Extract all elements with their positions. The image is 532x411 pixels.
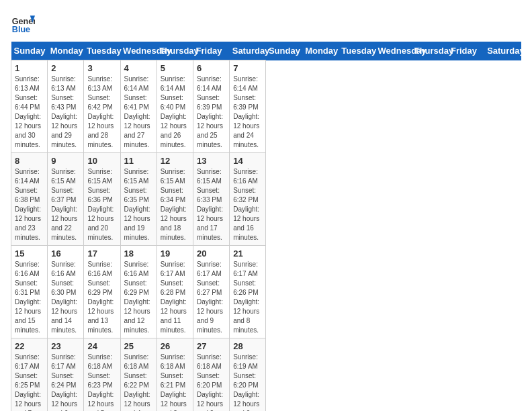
day-info: Sunrise: 6:13 AM Sunset: 6:44 PM Dayligh… — [15, 75, 44, 150]
header-saturday: Saturday — [484, 42, 521, 60]
header-monday: Monday — [302, 42, 339, 60]
day-info: Sunrise: 6:18 AM Sunset: 6:20 PM Dayligh… — [197, 353, 226, 411]
day-info: Sunrise: 6:17 AM Sunset: 6:27 PM Dayligh… — [197, 260, 226, 335]
calendar-cell: 15 Sunrise: 6:16 AM Sunset: 6:31 PM Dayl… — [11, 246, 48, 338]
svg-text:Blue: Blue — [12, 25, 30, 34]
calendar-cell: 20 Sunrise: 6:17 AM Sunset: 6:27 PM Dayl… — [193, 246, 230, 338]
day-number: 28 — [233, 341, 262, 351]
day-info: Sunrise: 6:18 AM Sunset: 6:22 PM Dayligh… — [124, 353, 153, 411]
logo-icon: General Blue — [11, 11, 35, 35]
header-thursday: Thursday — [157, 42, 193, 60]
day-info: Sunrise: 6:14 AM Sunset: 6:38 PM Dayligh… — [15, 167, 44, 242]
header-sunday: Sunday — [11, 42, 48, 60]
day-info: Sunrise: 6:14 AM Sunset: 6:39 PM Dayligh… — [233, 75, 262, 150]
day-number: 15 — [15, 248, 44, 259]
day-number: 11 — [124, 156, 153, 166]
calendar-cell: 11 Sunrise: 6:15 AM Sunset: 6:35 PM Dayl… — [120, 153, 157, 246]
day-info: Sunrise: 6:19 AM Sunset: 6:20 PM Dayligh… — [233, 353, 262, 411]
day-number: 21 — [233, 248, 262, 259]
day-number: 8 — [15, 156, 44, 166]
calendar-cell: 3 Sunrise: 6:13 AM Sunset: 6:42 PM Dayli… — [84, 60, 120, 153]
day-info: Sunrise: 6:17 AM Sunset: 6:24 PM Dayligh… — [51, 353, 80, 411]
day-number: 12 — [161, 156, 189, 166]
page-header: General Blue — [11, 11, 521, 35]
day-number: 26 — [161, 341, 189, 351]
day-number: 4 — [124, 63, 153, 73]
day-number: 19 — [161, 248, 189, 259]
header-thursday: Thursday — [412, 42, 448, 60]
day-info: Sunrise: 6:15 AM Sunset: 6:33 PM Dayligh… — [197, 167, 226, 242]
calendar-cell: 5 Sunrise: 6:14 AM Sunset: 6:40 PM Dayli… — [157, 60, 193, 153]
calendar-table: SundayMondayTuesdayWednesdayThursdayFrid… — [11, 42, 521, 411]
day-number: 18 — [124, 248, 153, 259]
day-number: 5 — [161, 63, 189, 73]
calendar-cell: 25 Sunrise: 6:18 AM Sunset: 6:22 PM Dayl… — [120, 338, 157, 412]
calendar-cell: 4 Sunrise: 6:14 AM Sunset: 6:41 PM Dayli… — [120, 60, 157, 153]
day-info: Sunrise: 6:16 AM Sunset: 6:31 PM Dayligh… — [15, 260, 44, 335]
calendar-cell: 14 Sunrise: 6:16 AM Sunset: 6:32 PM Dayl… — [230, 153, 266, 246]
day-info: Sunrise: 6:17 AM Sunset: 6:26 PM Dayligh… — [233, 260, 262, 335]
day-info: Sunrise: 6:16 AM Sunset: 6:29 PM Dayligh… — [124, 260, 153, 335]
day-info: Sunrise: 6:16 AM Sunset: 6:32 PM Dayligh… — [233, 167, 262, 242]
day-number: 16 — [51, 248, 80, 259]
calendar-cell: 24 Sunrise: 6:18 AM Sunset: 6:23 PM Dayl… — [84, 338, 120, 412]
calendar-cell: 18 Sunrise: 6:16 AM Sunset: 6:29 PM Dayl… — [120, 246, 157, 338]
day-number: 10 — [87, 156, 116, 166]
day-number: 22 — [15, 341, 44, 351]
calendar-cell: 16 Sunrise: 6:16 AM Sunset: 6:30 PM Dayl… — [48, 246, 84, 338]
day-number: 6 — [197, 63, 226, 73]
calendar-cell: 21 Sunrise: 6:17 AM Sunset: 6:26 PM Dayl… — [230, 246, 266, 338]
day-info: Sunrise: 6:15 AM Sunset: 6:36 PM Dayligh… — [87, 167, 116, 242]
calendar-cell: 7 Sunrise: 6:14 AM Sunset: 6:39 PM Dayli… — [230, 60, 266, 153]
header-friday: Friday — [448, 42, 484, 60]
calendar-cell: 12 Sunrise: 6:15 AM Sunset: 6:34 PM Dayl… — [157, 153, 193, 246]
calendar-cell: 10 Sunrise: 6:15 AM Sunset: 6:36 PM Dayl… — [84, 153, 120, 246]
day-number: 1 — [15, 63, 44, 73]
day-number: 24 — [87, 341, 116, 351]
day-number: 20 — [197, 248, 226, 259]
day-info: Sunrise: 6:14 AM Sunset: 6:39 PM Dayligh… — [197, 75, 226, 150]
calendar-cell: 9 Sunrise: 6:15 AM Sunset: 6:37 PM Dayli… — [48, 153, 84, 246]
calendar-cell: 19 Sunrise: 6:17 AM Sunset: 6:28 PM Dayl… — [157, 246, 193, 338]
day-number: 25 — [124, 341, 153, 351]
header-wednesday: Wednesday — [120, 42, 157, 60]
day-info: Sunrise: 6:14 AM Sunset: 6:40 PM Dayligh… — [161, 75, 189, 150]
calendar-cell: 22 Sunrise: 6:17 AM Sunset: 6:25 PM Dayl… — [11, 338, 48, 412]
day-info: Sunrise: 6:18 AM Sunset: 6:21 PM Dayligh… — [161, 353, 189, 411]
day-info: Sunrise: 6:17 AM Sunset: 6:28 PM Dayligh… — [161, 260, 189, 335]
day-number: 23 — [51, 341, 80, 351]
day-info: Sunrise: 6:18 AM Sunset: 6:23 PM Dayligh… — [87, 353, 116, 411]
day-number: 9 — [51, 156, 80, 166]
day-info: Sunrise: 6:17 AM Sunset: 6:25 PM Dayligh… — [15, 353, 44, 411]
calendar-week-3: 15 Sunrise: 6:16 AM Sunset: 6:31 PM Dayl… — [11, 246, 521, 338]
calendar-cell: 23 Sunrise: 6:17 AM Sunset: 6:24 PM Dayl… — [48, 338, 84, 412]
day-info: Sunrise: 6:14 AM Sunset: 6:41 PM Dayligh… — [124, 75, 153, 150]
day-info: Sunrise: 6:16 AM Sunset: 6:29 PM Dayligh… — [87, 260, 116, 335]
calendar-header-row: SundayMondayTuesdayWednesdayThursdayFrid… — [11, 42, 521, 60]
day-info: Sunrise: 6:15 AM Sunset: 6:37 PM Dayligh… — [51, 167, 80, 242]
header-tuesday: Tuesday — [339, 42, 375, 60]
calendar-cell: 8 Sunrise: 6:14 AM Sunset: 6:38 PM Dayli… — [11, 153, 48, 246]
day-number: 3 — [87, 63, 116, 73]
day-number: 2 — [51, 63, 80, 73]
calendar-cell: 28 Sunrise: 6:19 AM Sunset: 6:20 PM Dayl… — [230, 338, 266, 412]
calendar-cell: 27 Sunrise: 6:18 AM Sunset: 6:20 PM Dayl… — [193, 338, 230, 412]
header-wednesday: Wednesday — [375, 42, 412, 60]
day-number: 17 — [87, 248, 116, 259]
calendar-cell: 2 Sunrise: 6:13 AM Sunset: 6:43 PM Dayli… — [48, 60, 84, 153]
header-sunday: Sunday — [266, 42, 302, 60]
day-info: Sunrise: 6:15 AM Sunset: 6:34 PM Dayligh… — [161, 167, 189, 242]
day-info: Sunrise: 6:13 AM Sunset: 6:43 PM Dayligh… — [51, 75, 80, 150]
day-info: Sunrise: 6:16 AM Sunset: 6:30 PM Dayligh… — [51, 260, 80, 335]
header-monday: Monday — [48, 42, 84, 60]
header-tuesday: Tuesday — [84, 42, 120, 60]
day-number: 14 — [233, 156, 262, 166]
header-friday: Friday — [193, 42, 230, 60]
calendar-cell: 26 Sunrise: 6:18 AM Sunset: 6:21 PM Dayl… — [157, 338, 193, 412]
day-info: Sunrise: 6:13 AM Sunset: 6:42 PM Dayligh… — [87, 75, 116, 150]
calendar-cell: 13 Sunrise: 6:15 AM Sunset: 6:33 PM Dayl… — [193, 153, 230, 246]
logo: General Blue — [11, 11, 35, 35]
calendar-cell: 6 Sunrise: 6:14 AM Sunset: 6:39 PM Dayli… — [193, 60, 230, 153]
calendar-week-4: 22 Sunrise: 6:17 AM Sunset: 6:25 PM Dayl… — [11, 338, 521, 412]
day-number: 13 — [197, 156, 226, 166]
